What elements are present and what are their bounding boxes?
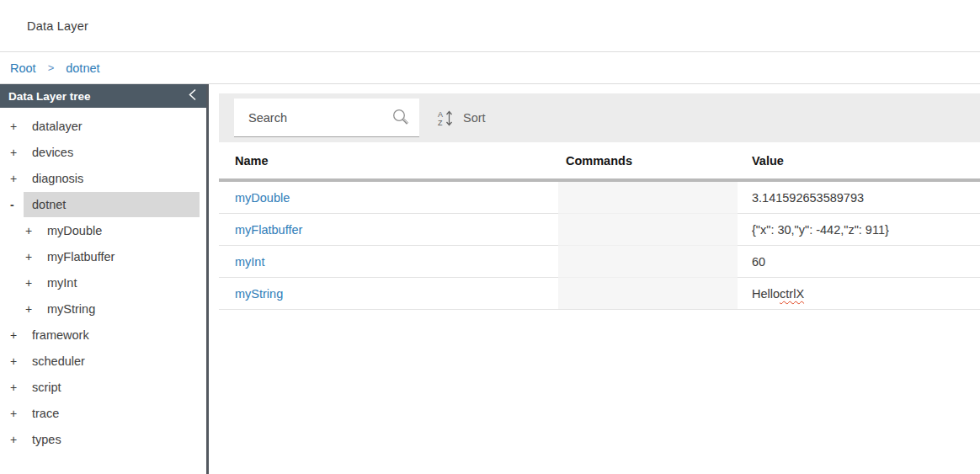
tree-item-label: script <box>32 381 61 394</box>
breadcrumb-separator: > <box>48 61 55 75</box>
node-name-link[interactable]: myInt <box>235 255 264 269</box>
table-body: myDouble 3.141592653589793 myFlatbuffer … <box>219 182 980 310</box>
breadcrumb: Root > dotnet <box>0 52 980 84</box>
tree-panel-header: Data Layer tree <box>0 84 206 108</box>
toolbar: A Z Sort <box>219 93 980 142</box>
tree-item[interactable]: + types <box>0 426 206 452</box>
tree-item[interactable]: + diagnosis <box>0 165 206 191</box>
tree-expander-icon[interactable]: + <box>10 381 24 394</box>
tree-item-label: myString <box>47 302 95 316</box>
tree-expander-icon[interactable]: - <box>10 198 24 211</box>
svg-text:A: A <box>438 110 443 119</box>
tree-item-label: types <box>32 433 61 446</box>
tree-item[interactable]: + myInt <box>0 269 206 296</box>
tree-expander-icon[interactable]: + <box>10 120 24 133</box>
tree-item-label: scheduler <box>32 354 85 368</box>
tree-expander-icon[interactable]: + <box>25 276 39 290</box>
content-area: Data Layer tree + datalayer + devices + … <box>0 84 980 474</box>
tree-item[interactable]: + framework <box>0 322 206 348</box>
tree-item[interactable]: + scheduler <box>0 348 206 374</box>
svg-text:Z: Z <box>438 119 443 127</box>
tree-item[interactable]: + trace <box>0 400 206 426</box>
tree-expander-icon[interactable]: + <box>10 433 24 446</box>
tree-expander-icon[interactable]: + <box>25 250 39 264</box>
tree-expander-icon[interactable]: + <box>10 354 24 368</box>
app-header: Data Layer <box>0 0 980 52</box>
tree-expander-icon[interactable]: + <box>25 224 39 237</box>
sort-az-arrows-icon: A Z <box>437 109 455 127</box>
datalayer-table: Name Commands Value myDouble 3.141592653… <box>219 142 980 310</box>
table-row: myFlatbuffer {"x": 30,"y": -442,"z": 911… <box>219 214 980 246</box>
tree-expander-icon[interactable]: + <box>10 172 24 185</box>
value-cell: Hello ctrlX <box>738 278 980 310</box>
node-name-link[interactable]: myFlatbuffer <box>235 223 302 237</box>
breadcrumb-item-root[interactable]: Root <box>10 61 36 75</box>
tree-item-label: myFlatbuffer <box>47 250 115 264</box>
tree-item-label: diagnosis <box>32 172 83 185</box>
tree-item-label: devices <box>32 146 73 159</box>
tree-item[interactable]: + myString <box>0 296 206 322</box>
column-header-name: Name <box>219 154 558 168</box>
tree-item[interactable]: + devices <box>0 139 206 165</box>
collapse-tree-button[interactable] <box>188 88 197 104</box>
tree-item-label: myDouble <box>47 224 102 237</box>
commands-cell <box>558 182 738 214</box>
tree-item[interactable]: - dotnet <box>0 191 206 217</box>
value-cell: 60 <box>738 246 980 278</box>
column-header-commands: Commands <box>558 154 738 168</box>
data-layer-tree: + datalayer + devices + diagnosis - dotn… <box>0 108 206 452</box>
breadcrumb-item-dotnet[interactable]: dotnet <box>66 61 99 75</box>
column-header-value: Value <box>738 154 980 168</box>
page-title: Data Layer <box>27 19 88 33</box>
sort-button[interactable]: A Z Sort <box>437 109 486 127</box>
tree-item[interactable]: + myFlatbuffer <box>0 243 206 269</box>
tree-expander-icon[interactable]: + <box>25 302 39 316</box>
sort-label: Sort <box>463 111 486 125</box>
tree-item-label: datalayer <box>32 120 83 133</box>
commands-cell <box>558 214 738 246</box>
node-name-link[interactable]: myDouble <box>235 191 290 205</box>
search-box <box>234 99 419 137</box>
table-row: myInt 60 <box>219 246 980 278</box>
tree-item[interactable]: + script <box>0 374 206 400</box>
main-panel: A Z Sort Name Commands Value myDouble 3.… <box>209 84 980 474</box>
search-input[interactable] <box>234 99 390 136</box>
tree-expander-icon[interactable]: + <box>10 146 24 159</box>
value-cell: {"x": 30,"y": -442,"z": 911} <box>738 214 980 246</box>
commands-cell <box>558 246 738 278</box>
tree-item[interactable]: + myDouble <box>0 217 206 243</box>
tree-item-label: dotnet <box>32 198 66 211</box>
data-layer-tree-panel: Data Layer tree + datalayer + devices + … <box>0 84 209 474</box>
table-row: myDouble 3.141592653589793 <box>219 182 980 214</box>
magnifier-icon[interactable] <box>390 107 412 129</box>
table-header-row: Name Commands Value <box>219 142 980 182</box>
chevron-left-icon <box>188 88 197 104</box>
node-name-link[interactable]: myString <box>235 287 283 301</box>
value-cell: 3.141592653589793 <box>738 182 980 214</box>
tree-item[interactable]: + datalayer <box>0 113 206 139</box>
tree-item-label: trace <box>32 407 59 420</box>
commands-cell <box>558 278 738 310</box>
tree-item-label: framework <box>32 328 89 342</box>
tree-panel-title: Data Layer tree <box>8 90 91 103</box>
tree-expander-icon[interactable]: + <box>10 407 24 420</box>
tree-expander-icon[interactable]: + <box>10 328 24 342</box>
table-row: myString Hello ctrlX <box>219 278 980 310</box>
tree-item-label: myInt <box>47 276 77 290</box>
